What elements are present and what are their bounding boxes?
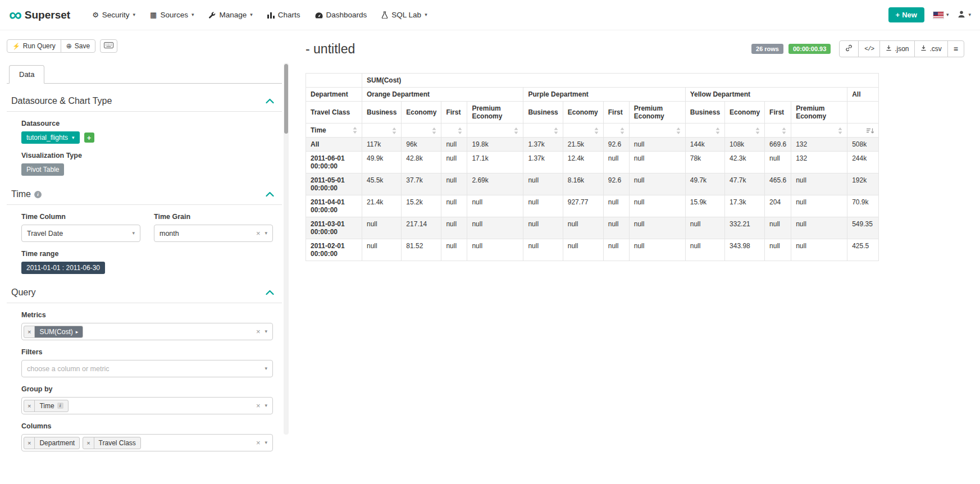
groupby-tag[interactable]: ×Timei — [24, 400, 69, 412]
download-icon — [886, 45, 892, 53]
pivot-cell: null — [765, 217, 791, 239]
groupby-tags: ×Timei — [24, 400, 69, 412]
pivot-cell: null — [791, 195, 847, 217]
pivot-cell: null — [629, 217, 685, 239]
nav-item-sources[interactable]: ▦Sources▾ — [143, 6, 201, 24]
results-panel: - untitled 26 rows 00:00:00.93 </> .json… — [289, 30, 980, 484]
pivot-cell: null — [523, 239, 563, 261]
groupby-label: Group by — [21, 385, 273, 393]
row-time-label: 2011-05-01 00:00:00 — [306, 173, 362, 195]
clear-icon[interactable]: × — [256, 439, 261, 446]
time-grain-control: Time Grain month × ▾ — [154, 213, 273, 242]
remove-tag-icon[interactable]: × — [83, 437, 94, 449]
time-column-select[interactable]: Travel Date ▾ — [21, 225, 140, 242]
section-datasource-header[interactable]: Datasource & Chart Type — [7, 93, 282, 112]
pivot-cell: null — [441, 217, 467, 239]
time-sort-cell[interactable]: Time — [306, 124, 362, 138]
pivot-cell: null — [563, 217, 603, 239]
new-button[interactable]: +New — [888, 7, 924, 22]
column-sort-cell[interactable] — [629, 124, 685, 138]
short-link-button[interactable] — [839, 40, 859, 57]
top-navbar: ∞ Superset ⚙Security▾▦Sources▾Manage▾Cha… — [0, 0, 980, 30]
time-column-control: Time Column Travel Date ▾ — [21, 213, 140, 242]
nav-item-security[interactable]: ⚙Security▾ — [85, 6, 143, 24]
remove-tag-icon[interactable]: × — [24, 400, 35, 412]
column-sort-cell[interactable] — [791, 124, 847, 138]
pivot-cell: null — [629, 138, 685, 152]
caret-down-icon: ▾ — [265, 231, 267, 236]
embed-code-button[interactable]: </> — [858, 40, 880, 57]
column-sort-cell[interactable] — [523, 124, 563, 138]
section-query-header[interactable]: Query — [7, 284, 282, 303]
pivot-cell: 78k — [685, 152, 724, 173]
save-button[interactable]: ⊕Save — [61, 39, 95, 53]
column-sort-cell[interactable] — [603, 124, 629, 138]
keyboard-shortcuts-button[interactable] — [100, 39, 117, 53]
clear-icon[interactable]: × — [256, 230, 261, 237]
clear-icon[interactable]: × — [256, 402, 261, 409]
tab-data[interactable]: Data — [9, 65, 44, 84]
column-sort-cell[interactable] — [685, 124, 724, 138]
user-menu[interactable]: ▾ — [958, 10, 971, 20]
nav-item-manage[interactable]: Manage▾ — [201, 6, 259, 24]
section-time-header[interactable]: Timei — [7, 186, 282, 205]
column-sort-cell[interactable] — [362, 124, 402, 138]
row-count-badge: 26 rows — [751, 44, 783, 54]
groupby-control: Group by ×Timei × ▾ — [21, 385, 273, 414]
section-datasource-chart-type: Datasource & Chart Type Datasource tutor… — [7, 93, 282, 177]
viz-type-control: Visualization Type Pivot Table — [21, 152, 273, 176]
clear-icon[interactable]: × — [256, 328, 261, 335]
all-sort-cell[interactable] — [847, 124, 879, 138]
chevron-up-icon — [266, 191, 274, 197]
pivot-department-row: DepartmentOrange DepartmentPurple Depart… — [306, 88, 879, 102]
pivot-corner-cell — [306, 74, 362, 88]
pivot-cell: 669.6 — [765, 138, 791, 152]
column-sort-cell[interactable] — [725, 124, 765, 138]
run-query-button[interactable]: ⚡Run Query — [7, 39, 61, 53]
pivot-cell: 132 — [791, 152, 847, 173]
time-range-selector[interactable]: 2011-01-01 : 2011-06-30 — [21, 262, 105, 274]
language-menu[interactable]: ▾ — [933, 12, 949, 19]
remove-tag-icon[interactable]: × — [24, 437, 35, 449]
pivot-cell: 45.5k — [362, 173, 402, 195]
metric-tag[interactable]: ×SUM(Cost)▸ — [24, 326, 83, 338]
sort-icon — [715, 127, 720, 134]
column-sort-cell[interactable] — [402, 124, 441, 138]
metrics-select[interactable]: ×SUM(Cost)▸ × ▾ — [21, 323, 273, 340]
column-tag[interactable]: ×Travel Class — [83, 437, 141, 449]
viz-type-selector[interactable]: Pivot Table — [21, 163, 64, 176]
travel-class-header: Premium Economy — [791, 102, 847, 124]
nav-item-sql-lab[interactable]: SQL Lab▾ — [374, 6, 434, 24]
export-csv-button[interactable]: .csv — [914, 40, 947, 57]
superset-logo-icon: ∞ — [9, 8, 21, 22]
pivot-cell: 1.37k — [523, 152, 563, 173]
column-sort-cell[interactable] — [765, 124, 791, 138]
sort-icon — [594, 127, 599, 134]
edit-datasource-button[interactable]: + — [84, 133, 94, 143]
column-sort-cell[interactable] — [467, 124, 523, 138]
scrollbar-thumb[interactable] — [284, 64, 288, 134]
columns-select[interactable]: ×Department×Travel Class × ▾ — [21, 434, 273, 451]
column-tag[interactable]: ×Department — [24, 437, 80, 449]
chart-menu-button[interactable]: ≡ — [947, 40, 964, 57]
pivot-cell: null — [441, 152, 467, 173]
panel-scrollbar[interactable] — [284, 63, 289, 435]
groupby-select[interactable]: ×Timei × ▾ — [21, 397, 273, 414]
superset-brand[interactable]: ∞ Superset — [9, 8, 70, 22]
section-query: Query Metrics ×SUM(Cost)▸ × ▾ Filters — [7, 284, 282, 453]
time-grain-select[interactable]: month × ▾ — [154, 225, 273, 242]
explore-control-panel: ⚡Run Query ⊕Save Data Datasource & Chart… — [0, 30, 289, 484]
column-sort-cell[interactable] — [441, 124, 467, 138]
nav-item-charts[interactable]: Charts — [260, 6, 308, 24]
datasource-selector[interactable]: tutorial_flights▾ — [21, 131, 80, 144]
results-toolbar: 26 rows 00:00:00.93 </> .json .csv ≡ — [751, 40, 964, 57]
pivot-cell: null — [362, 239, 402, 261]
filters-select[interactable]: choose a column or metric ▾ — [21, 360, 273, 377]
nav-item-dashboards[interactable]: Dashboards — [308, 6, 375, 24]
pivot-cell: 21.5k — [563, 138, 603, 152]
chart-title[interactable]: - untitled — [306, 42, 355, 57]
export-json-button[interactable]: .json — [879, 40, 915, 57]
column-sort-cell[interactable] — [563, 124, 603, 138]
pivot-cell: 108k — [725, 138, 765, 152]
remove-tag-icon[interactable]: × — [24, 326, 35, 337]
